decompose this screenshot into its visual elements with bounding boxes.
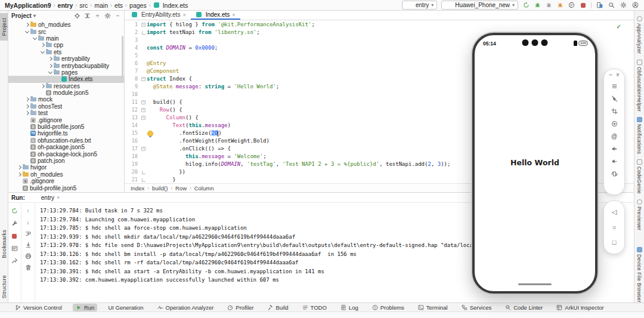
user-button-icon[interactable]	[631, 1, 639, 9]
tree-chevron-icon[interactable]	[48, 70, 53, 75]
tree-item-mock[interactable]: mock	[8, 96, 124, 103]
tree-item-entrybackupability[interactable]: entrybackupability	[8, 62, 124, 69]
fold-marker-icon[interactable]: −	[140, 100, 147, 104]
search-button-icon[interactable]	[608, 1, 615, 9]
breadcrumb-item[interactable]: MyApplication9	[5, 2, 51, 9]
emulator-rotate-icon[interactable]	[609, 168, 620, 179]
tool-window-button-notifications[interactable]: Notifications	[634, 117, 644, 154]
tree-item-index-ets[interactable]: Index.ets	[8, 76, 124, 82]
tree-item-build-profile-json5[interactable]: {}build-profile.json5	[8, 184, 124, 191]
tree-chevron-icon[interactable]	[32, 36, 38, 41]
console-scrollend-icon[interactable]	[24, 241, 32, 249]
tree-item-module-json5[interactable]: {}module.json5	[8, 89, 124, 96]
console-trash-icon[interactable]	[24, 264, 32, 271]
tool-window-button-services[interactable]: Services	[459, 304, 494, 311]
tool-window-button-codegenie[interactable]: CodeGenie	[634, 159, 644, 194]
breadcrumb-item[interactable]: pages	[129, 2, 147, 9]
tool-window-button-structure[interactable]: Structure	[1, 270, 7, 303]
breadcrumb-item[interactable]: entry	[58, 2, 73, 9]
tool-window-button-appanalyzer[interactable]: AppAnalyzer	[634, 16, 644, 54]
tool-window-button-profiler[interactable]: Profiler	[224, 304, 256, 311]
fold-marker-icon[interactable]: −	[140, 147, 147, 151]
rerun-button-icon[interactable]	[522, 1, 530, 9]
tree-scrollbar[interactable]	[122, 36, 123, 79]
emulator-home-button[interactable]: ○	[609, 222, 620, 233]
tree-chevron-icon[interactable]	[24, 110, 30, 116]
editor-breadcrumb-item[interactable]: Row	[175, 185, 187, 192]
breadcrumb-item[interactable]: src	[79, 2, 88, 9]
tree-chevron-icon[interactable]	[48, 63, 53, 69]
tool-window-button-log[interactable]: Log	[338, 304, 361, 311]
tree-item-cpp[interactable]: cpp	[8, 42, 124, 48]
tree-chevron-icon[interactable]	[40, 50, 45, 55]
tree-item-oh-package-json5[interactable]: {}oh-package.json5	[8, 144, 124, 150]
tree-chevron-icon[interactable]	[24, 97, 30, 102]
tool-window-button-problems[interactable]: Problems	[369, 304, 407, 311]
emulator-menu-icon[interactable]	[609, 81, 620, 91]
close-icon[interactable]: ×	[232, 12, 235, 18]
tool-window-button-bookmarks[interactable]: Bookmarks	[1, 225, 7, 263]
run-stop-icon[interactable]	[11, 232, 18, 240]
emulator-recents-button[interactable]: □	[609, 237, 620, 248]
tree-item-src[interactable]: src	[8, 28, 124, 35]
app-hello-world-text[interactable]: Hello World	[475, 158, 595, 167]
emulator-screenshot-at-icon[interactable]: @	[609, 131, 620, 141]
tree-chevron-icon[interactable]	[40, 42, 45, 48]
close-icon[interactable]: ×	[616, 72, 620, 78]
tree-item-obfuscation-rules-txt[interactable]: ≡obfuscation-rules.txt	[8, 137, 124, 144]
tool-window-button-obfuscationhelper[interactable]: ObfuscationHelper	[634, 60, 644, 112]
stop-button-icon[interactable]	[579, 1, 587, 9]
run-wrench-icon[interactable]	[11, 220, 18, 227]
profiler-button-icon[interactable]: P	[568, 1, 575, 9]
fold-marker-icon[interactable]: −	[140, 77, 147, 81]
run-console-icon[interactable]	[11, 245, 18, 252]
tree-chevron-icon[interactable]	[40, 84, 45, 89]
tree-chevron-icon[interactable]	[48, 56, 53, 61]
tree-item-main[interactable]: main	[8, 35, 124, 42]
gear-button-icon[interactable]	[620, 1, 627, 9]
tree-item-oh-package-lock-json5[interactable]: {}oh-package-lock.json5	[8, 150, 124, 157]
project-divide-icon[interactable]: ÷	[94, 13, 101, 19]
emulator-crop-icon[interactable]	[609, 106, 620, 116]
minimize-icon[interactable]: −	[609, 72, 612, 78]
tree-chevron-icon[interactable]	[17, 172, 22, 177]
run-tab-entry[interactable]: entry ×	[31, 194, 60, 202]
editor-breadcrumb-item[interactable]: build()	[152, 185, 168, 192]
run-pin-icon[interactable]	[11, 257, 18, 265]
console-down-icon[interactable]: ↓	[24, 218, 32, 226]
tool-window-button-device-file-browser[interactable]: Device File Browser	[634, 247, 644, 302]
emulator-volume-up-icon[interactable]	[609, 143, 620, 154]
tool-window-button-ui-generation[interactable]: UI Generation	[105, 304, 146, 311]
profile-button-icon[interactable]	[556, 1, 564, 9]
fold-marker-icon[interactable]: −	[140, 116, 147, 120]
fold-marker-icon[interactable]	[140, 31, 147, 35]
emulator-pointer-off-icon[interactable]	[609, 93, 620, 104]
tree-item-oh-modules[interactable]: oh_modules	[8, 21, 124, 28]
run-configuration-selector[interactable]: entry ▾	[402, 1, 437, 10]
tree-item-build-profile-json5[interactable]: {}build-profile.json5	[8, 124, 124, 130]
tree-item-entryability[interactable]: entryability	[8, 55, 124, 62]
fold-marker-icon[interactable]	[140, 171, 147, 174]
attach-button-icon[interactable]	[545, 1, 553, 9]
console-print-icon[interactable]	[24, 252, 32, 260]
emulator-volume-down-icon[interactable]	[609, 156, 620, 166]
run-rerun-icon[interactable]	[11, 207, 18, 215]
tool-window-button-project[interactable]: Project	[0, 13, 8, 41]
tree-item--gitignore[interactable]: g.gitignore	[8, 178, 124, 184]
project-panel-title[interactable]: Project▾	[11, 13, 36, 19]
breadcrumb-item[interactable]: main	[94, 2, 108, 9]
emulator-phone-screen[interactable]: 05:14 100 Hello World	[472, 33, 597, 294]
debug-button-icon[interactable]	[534, 1, 541, 9]
tree-item-ohostest[interactable]: ohosTest	[8, 103, 124, 110]
tree-item--gitignore[interactable]: g.gitignore	[8, 116, 124, 123]
tool-window-button-code-linter[interactable]: Code Linter	[502, 304, 546, 311]
close-icon[interactable]: ×	[57, 194, 60, 200]
tree-chevron-icon[interactable]	[24, 104, 30, 109]
tree-item-hvigor[interactable]: hvigor	[8, 164, 124, 171]
console-softwrap-icon[interactable]	[24, 230, 32, 237]
fold-marker-icon[interactable]: −	[140, 23, 147, 27]
intention-bulb-icon[interactable]	[147, 131, 153, 137]
emulator-back-button[interactable]: ◁	[609, 207, 620, 218]
tree-item-hvigorfile-ts[interactable]: TShvigorfile.ts	[8, 130, 124, 137]
tool-window-button-operation-analyzer[interactable]: Operation Analyzer	[154, 304, 217, 311]
